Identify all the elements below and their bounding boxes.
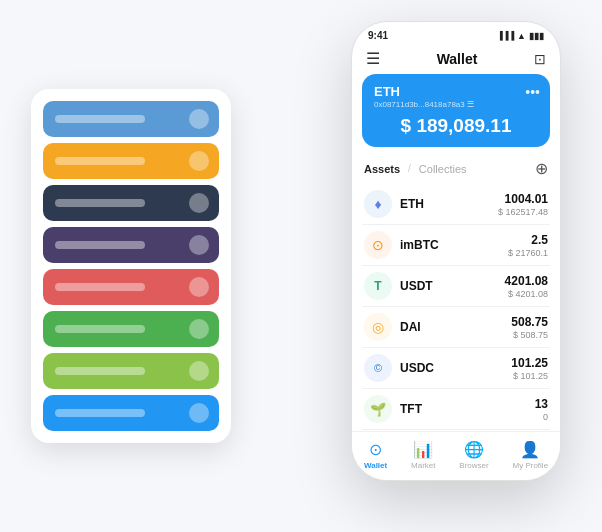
usdc-name: USDC [400, 361, 434, 375]
card-row-8[interactable] [43, 395, 219, 431]
asset-item-tft[interactable]: 🌱 TFT 13 0 [362, 389, 550, 430]
usdc-amount: 101.25 [511, 356, 548, 370]
asset-left-usdc: © USDC [364, 354, 434, 382]
asset-right-usdc: 101.25 $ 101.25 [511, 356, 548, 381]
hero-menu-icon[interactable]: ••• [525, 84, 540, 100]
browser-nav-label: Browser [459, 461, 488, 470]
battery-icon: ▮▮▮ [529, 31, 544, 41]
scan-icon[interactable]: ⊡ [534, 51, 546, 67]
asset-item-imbtc[interactable]: ⊙ imBTC 2.5 $ 21760.1 [362, 225, 550, 266]
tab-collecties[interactable]: Collecties [419, 163, 467, 175]
asset-right-imbtc: 2.5 $ 21760.1 [508, 233, 548, 258]
dai-value: $ 508.75 [511, 330, 548, 340]
assets-header: Assets / Collecties ⊕ [352, 155, 560, 182]
eth-name: ETH [400, 197, 424, 211]
card-icon-2 [189, 151, 209, 171]
asset-right-eth: 1004.01 $ 162517.48 [498, 192, 548, 217]
nav-profile[interactable]: 👤 My Profile [513, 440, 549, 470]
asset-left-eth: ♦ ETH [364, 190, 424, 218]
usdt-value: $ 4201.08 [505, 289, 548, 299]
scene: 9:41 ▐▐▐ ▲ ▮▮▮ ☰ Wallet ⊡ ETH 0x08711d3b… [21, 21, 581, 511]
asset-item-dai[interactable]: ◎ DAI 508.75 $ 508.75 [362, 307, 550, 348]
assets-tabs: Assets / Collecties [364, 163, 467, 175]
dai-name: DAI [400, 320, 421, 334]
card-icon-8 [189, 403, 209, 423]
card-row-4[interactable] [43, 227, 219, 263]
hero-card: ETH 0x08711d3b...8418a78a3 ☰ ••• $ 189,0… [362, 74, 550, 147]
asset-left-usdt: T USDT [364, 272, 433, 300]
nav-title: Wallet [437, 51, 478, 67]
phone: 9:41 ▐▐▐ ▲ ▮▮▮ ☰ Wallet ⊡ ETH 0x08711d3b… [351, 21, 561, 481]
asset-right-usdt: 4201.08 $ 4201.08 [505, 274, 548, 299]
card-icon-4 [189, 235, 209, 255]
card-icon-6 [189, 319, 209, 339]
balance-amount: 189,089.11 [416, 115, 511, 136]
asset-right-tft: 13 0 [535, 397, 548, 422]
card-icon-1 [189, 109, 209, 129]
card-row-7[interactable] [43, 353, 219, 389]
tft-value: 0 [535, 412, 548, 422]
usdt-name: USDT [400, 279, 433, 293]
card-label-2 [55, 157, 145, 165]
card-icon-3 [189, 193, 209, 213]
card-row-6[interactable] [43, 311, 219, 347]
browser-nav-icon: 🌐 [464, 440, 484, 459]
dai-icon: ◎ [364, 313, 392, 341]
status-icons: ▐▐▐ ▲ ▮▮▮ [497, 31, 544, 41]
eth-amount: 1004.01 [498, 192, 548, 206]
imbtc-value: $ 21760.1 [508, 248, 548, 258]
profile-nav-label: My Profile [513, 461, 549, 470]
nav-browser[interactable]: 🌐 Browser [459, 440, 488, 470]
bottom-nav: ⊙ Wallet 📊 Market 🌐 Browser 👤 My Profile [352, 431, 560, 480]
usdc-value: $ 101.25 [511, 371, 548, 381]
card-label-5 [55, 283, 145, 291]
card-row-5[interactable] [43, 269, 219, 305]
card-label-3 [55, 199, 145, 207]
asset-right-dai: 508.75 $ 508.75 [511, 315, 548, 340]
card-icon-5 [189, 277, 209, 297]
card-label-8 [55, 409, 145, 417]
nav-market[interactable]: 📊 Market [411, 440, 435, 470]
status-bar: 9:41 ▐▐▐ ▲ ▮▮▮ [352, 22, 560, 45]
menu-icon[interactable]: ☰ [366, 49, 380, 68]
asset-item-usdt[interactable]: T USDT 4201.08 $ 4201.08 [362, 266, 550, 307]
card-label-6 [55, 325, 145, 333]
card-row-1[interactable] [43, 101, 219, 137]
balance-prefix: $ [401, 115, 412, 136]
profile-nav-icon: 👤 [520, 440, 540, 459]
imbtc-amount: 2.5 [508, 233, 548, 247]
card-label-4 [55, 241, 145, 249]
card-label-7 [55, 367, 145, 375]
hero-token: ETH [374, 84, 538, 99]
tab-assets[interactable]: Assets [364, 163, 400, 175]
card-icon-7 [189, 361, 209, 381]
asset-item-eth[interactable]: ♦ ETH 1004.01 $ 162517.48 [362, 184, 550, 225]
wifi-icon: ▲ [517, 31, 526, 41]
nav-bar: ☰ Wallet ⊡ [352, 45, 560, 74]
tft-icon: 🌱 [364, 395, 392, 423]
market-nav-icon: 📊 [413, 440, 433, 459]
tft-name: TFT [400, 402, 422, 416]
usdt-amount: 4201.08 [505, 274, 548, 288]
eth-value: $ 162517.48 [498, 207, 548, 217]
card-row-3[interactable] [43, 185, 219, 221]
card-label-1 [55, 115, 145, 123]
asset-item-usdc[interactable]: © USDC 101.25 $ 101.25 [362, 348, 550, 389]
tft-amount: 13 [535, 397, 548, 411]
nav-wallet[interactable]: ⊙ Wallet [364, 440, 387, 470]
market-nav-label: Market [411, 461, 435, 470]
card-row-2[interactable] [43, 143, 219, 179]
status-time: 9:41 [368, 30, 388, 41]
wallet-nav-label: Wallet [364, 461, 387, 470]
add-asset-icon[interactable]: ⊕ [535, 159, 548, 178]
dai-amount: 508.75 [511, 315, 548, 329]
asset-list: ♦ ETH 1004.01 $ 162517.48 ⊙ imBTC 2.5 $ … [352, 184, 560, 431]
usdc-icon: © [364, 354, 392, 382]
asset-left-dai: ◎ DAI [364, 313, 421, 341]
wallet-nav-icon: ⊙ [369, 440, 382, 459]
hero-balance: $ 189,089.11 [374, 115, 538, 137]
hero-address: 0x08711d3b...8418a78a3 ☰ [374, 100, 538, 109]
signal-icon: ▐▐▐ [497, 31, 514, 40]
asset-left-tft: 🌱 TFT [364, 395, 422, 423]
asset-left-imbtc: ⊙ imBTC [364, 231, 439, 259]
